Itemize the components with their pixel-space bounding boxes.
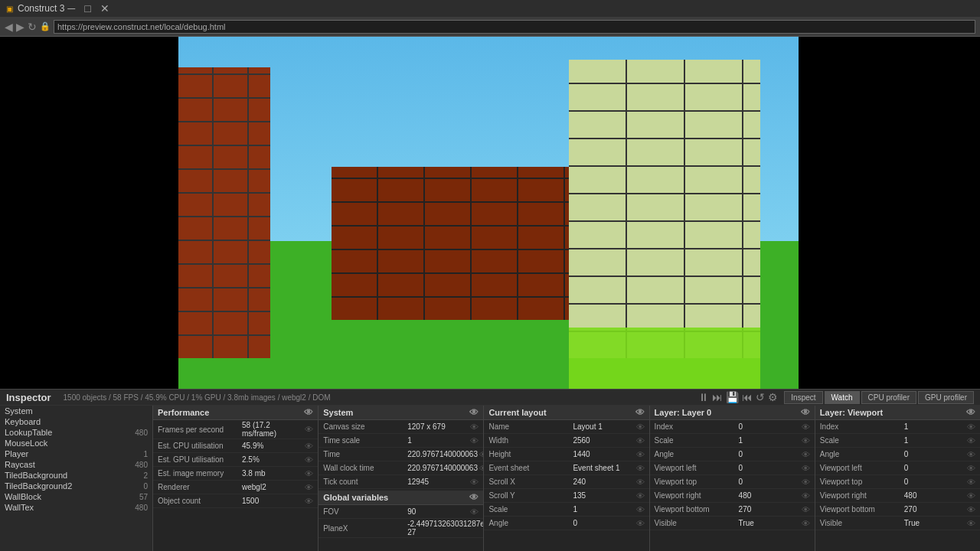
list-item[interactable]: WallBlock57: [0, 491, 152, 502]
row-eye-icon[interactable]: 👁: [802, 422, 810, 432]
row-eye-icon[interactable]: 👁: [636, 450, 645, 459]
obj-count: 480: [125, 461, 148, 469]
obj-count: 1: [125, 450, 148, 458]
restart-button[interactable]: ↺: [756, 391, 765, 403]
minimize-icon[interactable]: ─: [64, 2, 78, 15]
list-item[interactable]: Keyboard: [0, 416, 152, 427]
global-vars-eye[interactable]: 👁: [469, 492, 479, 503]
row-label: Scale: [820, 436, 904, 445]
layout-rows: NameLayout 1👁Width2560👁Height1440👁Event …: [484, 420, 648, 530]
list-item[interactable]: TiledBackground2: [0, 470, 152, 481]
close-icon[interactable]: ✕: [97, 2, 113, 15]
row-value: 480: [904, 491, 965, 500]
row-value: 12945: [407, 478, 469, 486]
row-eye-icon[interactable]: 👁: [305, 497, 313, 506]
row-eye-icon[interactable]: 👁: [305, 455, 313, 465]
settings-button[interactable]: ⚙: [768, 391, 778, 403]
rewind-button[interactable]: ⏮: [742, 391, 753, 403]
viewport-rows: Index1👁Scale1👁Angle0👁Viewport left0👁View…: [815, 420, 980, 530]
row-eye-icon[interactable]: 👁: [636, 519, 645, 528]
obj-name: Raycast: [5, 460, 125, 469]
row-eye-icon[interactable]: 👁: [967, 436, 975, 445]
maximize-icon[interactable]: □: [81, 2, 93, 15]
row-eye-icon[interactable]: 👁: [636, 505, 645, 514]
list-item[interactable]: TiledBackground20: [0, 481, 152, 491]
table-row: VisibleTrue👁: [650, 517, 815, 530]
game-canvas[interactable]: [0, 37, 980, 389]
row-eye-icon[interactable]: 👁: [470, 422, 479, 432]
list-item[interactable]: Player1: [0, 448, 152, 459]
row-eye-icon[interactable]: 👁: [802, 464, 810, 473]
row-eye-icon[interactable]: 👁: [967, 422, 975, 432]
right-black-bar: [799, 37, 980, 389]
row-eye-icon[interactable]: 👁: [305, 483, 313, 492]
row-eye-icon[interactable]: 👁: [470, 436, 479, 445]
row-eye-icon[interactable]: 👁: [636, 422, 645, 432]
row-eye-icon[interactable]: 👁: [636, 464, 645, 473]
list-item[interactable]: System: [0, 406, 152, 416]
current-layout-eye[interactable]: 👁: [635, 407, 645, 418]
list-item[interactable]: WallTex480: [0, 502, 152, 513]
row-eye-icon[interactable]: 👁: [967, 491, 975, 500]
forward-button[interactable]: ▶: [16, 21, 24, 33]
row-eye-icon[interactable]: 👁: [967, 478, 975, 487]
reload-button[interactable]: ↻: [28, 21, 37, 33]
layer0-eye[interactable]: 👁: [801, 407, 810, 418]
row-value: 135: [573, 491, 634, 500]
layer-viewport-eye[interactable]: 👁: [966, 407, 975, 418]
address-input[interactable]: [54, 20, 975, 34]
row-eye-icon[interactable]: 👁: [802, 478, 810, 487]
row-label: Scroll Y: [488, 491, 573, 500]
row-label: Viewport left: [655, 464, 739, 472]
row-eye-icon[interactable]: 👁: [802, 505, 810, 514]
row-value: True: [904, 519, 965, 527]
row-eye-icon[interactable]: 👁: [636, 491, 645, 500]
row-value: Event sheet 1: [573, 464, 634, 472]
system-eye[interactable]: 👁: [469, 407, 479, 418]
row-value: 1: [904, 422, 965, 431]
row-eye-icon[interactable]: 👁: [305, 469, 313, 478]
row-label: Renderer: [158, 483, 242, 491]
row-label: Viewport left: [820, 464, 904, 472]
row-eye-icon[interactable]: 👁: [967, 450, 975, 459]
row-eye-icon[interactable]: 👁: [802, 519, 810, 528]
pause-button[interactable]: ⏸: [698, 391, 709, 403]
table-row: Viewport right480👁: [650, 489, 815, 503]
table-row: Tick count12945👁: [318, 475, 483, 489]
row-eye-icon[interactable]: 👁: [470, 507, 479, 517]
step-button[interactable]: ⏭: [712, 391, 723, 403]
table-row: Angle0👁: [650, 448, 815, 461]
tab-cpu-profiler[interactable]: CPU profiler: [861, 391, 916, 404]
layer0-panel: Layer: Layer 0 👁 Index0👁Scale1👁Angle0👁Vi…: [650, 406, 815, 551]
tab-watch[interactable]: Watch: [825, 391, 860, 404]
row-eye-icon[interactable]: 👁: [470, 478, 479, 487]
table-row: Scale1👁: [650, 434, 815, 448]
table-row: Est. GPU utilisation2.5%👁: [153, 453, 318, 467]
global-vars-title: Global variables: [323, 493, 388, 502]
performance-eye[interactable]: 👁: [304, 407, 313, 418]
row-eye-icon[interactable]: 👁: [967, 519, 975, 528]
tab-inspect[interactable]: Inspect: [784, 391, 822, 404]
row-value: 270: [904, 505, 965, 514]
row-eye-icon[interactable]: 👁: [636, 436, 645, 445]
row-eye-icon[interactable]: 👁: [305, 442, 313, 451]
tab-gpu-profiler[interactable]: GPU profiler: [918, 391, 974, 404]
row-eye-icon[interactable]: 👁: [802, 491, 810, 500]
table-row: Angle0👁: [484, 517, 648, 530]
row-eye-icon[interactable]: 👁: [802, 436, 810, 445]
row-eye-icon[interactable]: 👁: [967, 505, 975, 514]
list-item[interactable]: LookupTable480: [0, 427, 152, 438]
back-button[interactable]: ◀: [5, 21, 13, 33]
table-row: Viewport left0👁: [815, 461, 980, 475]
row-eye-icon[interactable]: 👁: [636, 478, 645, 487]
row-label: Angle: [820, 450, 904, 458]
table-row: Est. CPU utilisation45.9%👁: [153, 439, 318, 453]
row-eye-icon[interactable]: 👁: [305, 425, 313, 434]
object-list: SystemKeyboardLookupTable480MouseLockPla…: [0, 406, 153, 551]
row-eye-icon[interactable]: 👁: [802, 450, 810, 459]
save-button[interactable]: 💾: [726, 391, 739, 403]
list-item[interactable]: Raycast480: [0, 459, 152, 470]
inspector-body: SystemKeyboardLookupTable480MouseLockPla…: [0, 406, 980, 551]
row-eye-icon[interactable]: 👁: [967, 464, 975, 473]
list-item[interactable]: MouseLock: [0, 438, 152, 448]
